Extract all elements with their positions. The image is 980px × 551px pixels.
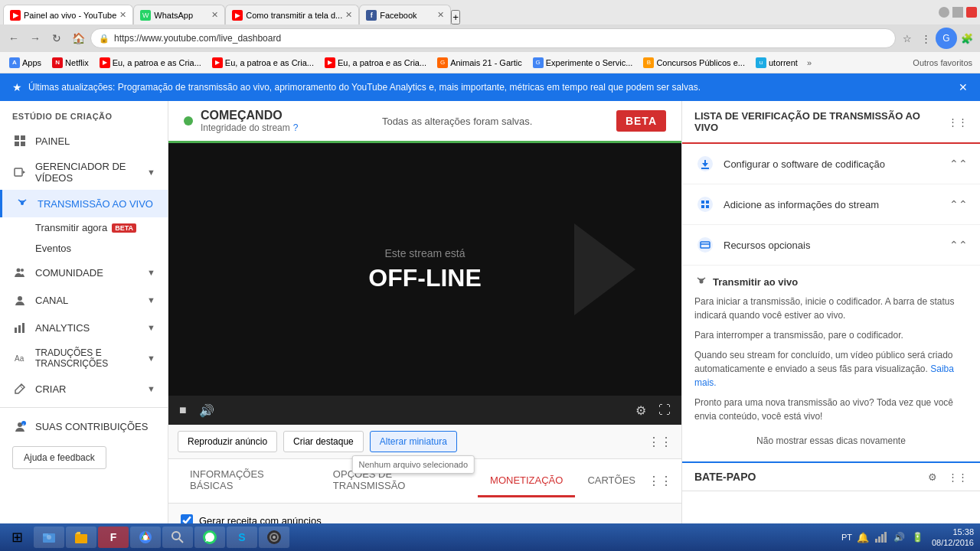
contribution-icon: + xyxy=(12,419,28,434)
bookmarks-more-button[interactable]: » xyxy=(804,57,815,69)
sidebar-item-transmissao[interactable]: TRANSMISSÃO AO VIVO xyxy=(0,190,168,217)
help-icon[interactable]: ? xyxy=(293,122,299,133)
feedback-button[interactable]: Ajuda e feedback xyxy=(12,446,106,469)
tab-informacoes[interactable]: INFORMAÇÕES BÁSICAS xyxy=(178,459,321,503)
tray-volume-icon[interactable]: 🔊 xyxy=(892,530,907,545)
tab-yt-panel[interactable]: ▶ Painel ao vivo - YouTube ✕ xyxy=(3,5,133,24)
minimize-button[interactable] xyxy=(939,7,949,18)
checklist-dots-button[interactable]: ⋮⋮ xyxy=(948,116,968,128)
tab-como[interactable]: ▶ Como transmitir a tela d... ✕ xyxy=(225,5,359,24)
browser-menu-icon[interactable]: ⋮ xyxy=(917,30,934,47)
expand-icon-software[interactable]: ⌃⌃ xyxy=(949,158,968,170)
taskbar-foxit[interactable]: F xyxy=(98,527,129,548)
bookmark-concursos[interactable]: B Concursos Públicos e... xyxy=(639,56,750,70)
sidebar-item-traducoes[interactable]: Aa TRADUÇÕES E TRANSCRIÇÕES ▼ xyxy=(0,341,168,375)
sidebar-item-analytics[interactable]: ANALYTICS ▼ xyxy=(0,314,168,341)
bookmark-netflix[interactable]: N Netflix xyxy=(47,56,93,70)
tab-title-fb: Facebook xyxy=(380,11,416,20)
sidebar-subitem-eventos[interactable]: Eventos xyxy=(0,238,168,259)
bookmark-yt2[interactable]: ▶ Eu, a patroa e as Cria... xyxy=(207,56,318,70)
chevron-icon-analytics: ▼ xyxy=(147,323,155,332)
extensions-icon[interactable]: 🧩 xyxy=(959,30,975,47)
tab-monetizacao[interactable]: MONETIZAÇÃO xyxy=(478,465,575,497)
chat-gear-icon[interactable]: ⚙ xyxy=(928,471,937,483)
taskbar-whatsapp[interactable] xyxy=(194,527,225,548)
tray-notification-icon[interactable]: 🔔 xyxy=(855,530,871,545)
tab-close-como[interactable]: ✕ xyxy=(345,10,352,20)
sidebar-label-comunidade: COMUNIDADE xyxy=(35,267,139,279)
tab-cartoes[interactable]: CARTÕES xyxy=(575,465,648,497)
taskbar-chrome[interactable] xyxy=(130,527,161,548)
bookmark-yt3[interactable]: ▶ Eu, a patroa e as Cria... xyxy=(320,56,431,70)
sidebar-item-criar[interactable]: CRIAR ▼ xyxy=(0,375,168,403)
alterar-miniatura-button[interactable]: Alterar miniatura xyxy=(370,431,457,452)
expand-icon-informacoes[interactable]: ⌃⌃ xyxy=(949,198,968,210)
notification-close-button[interactable]: ✕ xyxy=(959,81,968,93)
mute-button[interactable]: 🔊 xyxy=(196,402,217,419)
bookmark-label-concursos: Concursos Públicos e... xyxy=(656,58,745,67)
address-bar[interactable]: 🔒 https://www.youtube.com/live_dashboard xyxy=(90,28,896,48)
svg-point-20 xyxy=(697,197,713,212)
reproduzir-anuncio-button[interactable]: Reproduzir anúncio xyxy=(178,431,277,452)
maximize-button[interactable] xyxy=(952,7,963,18)
tray-battery-icon[interactable]: 🔋 xyxy=(910,530,926,545)
tab-whatsapp[interactable]: W WhatsApp ✕ xyxy=(133,5,225,24)
checklist-item-informacoes: Adicione as informações do stream ⌃⌃ xyxy=(682,184,980,225)
home-button[interactable]: 🏠 xyxy=(69,29,87,47)
bookmark-star-icon[interactable]: ☆ xyxy=(899,30,916,47)
svg-marker-5 xyxy=(23,171,25,174)
forward-button[interactable]: → xyxy=(26,29,44,47)
bookmarks-extra[interactable]: Outros favoritos xyxy=(910,57,975,69)
sidebar-item-comunidade[interactable]: COMUNIDADE ▼ xyxy=(0,259,168,286)
taskbar-search[interactable] xyxy=(162,527,193,548)
taskbar-skype[interactable]: S xyxy=(227,527,257,548)
chat-dots-button[interactable]: ⋮⋮ xyxy=(948,471,968,483)
status-subtitle-text: Integridade do stream xyxy=(201,122,290,133)
browser-chrome: ▶ Painel ao vivo - YouTube ✕ W WhatsApp … xyxy=(0,0,980,73)
svg-rect-21 xyxy=(701,201,704,204)
sidebar-item-painel[interactable]: PAINEL xyxy=(0,127,168,155)
bookmark-yt1[interactable]: ▶ Eu, a patroa e as Cria... xyxy=(95,56,206,70)
svg-rect-43 xyxy=(878,536,880,543)
no-display-button[interactable]: Não mostrar essas dicas novamente xyxy=(694,429,968,452)
stop-button[interactable]: ■ xyxy=(176,402,190,419)
bookmark-utorrent[interactable]: u utorrent xyxy=(751,56,802,70)
taskbar-obs[interactable] xyxy=(259,527,289,548)
svg-line-14 xyxy=(20,386,23,389)
sidebar-item-contribuicoes[interactable]: + SUAS CONTRIBUIÇÕES xyxy=(0,412,168,440)
beta-badge-sidebar: BETA xyxy=(112,223,136,233)
clock-time: 15:38 xyxy=(932,527,974,537)
back-button[interactable]: ← xyxy=(5,29,23,47)
checklist-title: LISTA DE VERIFICAÇÃO DE TRANSMISSÃO AO V… xyxy=(694,110,942,133)
tab-close-yt[interactable]: ✕ xyxy=(119,10,126,20)
criar-destaque-button[interactable]: Criar destaque xyxy=(283,431,364,452)
reload-button[interactable]: ↻ xyxy=(47,29,66,47)
tab-close-wa[interactable]: ✕ xyxy=(211,10,218,20)
bookmark-apps[interactable]: A Apps xyxy=(5,56,46,70)
taskbar-explorer[interactable] xyxy=(34,527,64,548)
sidebar-item-canal[interactable]: CANAL ▼ xyxy=(0,286,168,314)
tabs-more-button[interactable]: ⋮⋮ xyxy=(648,474,672,488)
chevron-icon-gerenciador: ▼ xyxy=(147,168,155,177)
sidebar-label-gerenciador: GERENCIADOR DE VÍDEOS xyxy=(35,161,139,184)
expand-icon-recursos[interactable]: ⌃⌃ xyxy=(949,239,968,251)
taskbar-filemanager[interactable] xyxy=(66,527,96,548)
settings-button[interactable]: ⚙ xyxy=(632,402,649,419)
new-tab-button[interactable]: + xyxy=(451,10,460,24)
bookmark-google-service[interactable]: G Experimente o Servic... xyxy=(528,56,638,70)
tab-close-fb[interactable]: ✕ xyxy=(437,10,444,20)
fullscreen-button[interactable]: ⛶ xyxy=(655,402,674,419)
bookmark-favicon-gartic: G xyxy=(437,57,448,68)
sidebar-subitem-transmitir[interactable]: Transmitir agora BETA xyxy=(0,217,168,238)
close-button[interactable] xyxy=(966,7,977,18)
tray-network-icon[interactable] xyxy=(874,530,889,545)
start-button[interactable]: ⊞ xyxy=(2,527,32,548)
bookmark-gartic[interactable]: G Animais 21 - Gartic xyxy=(433,56,527,70)
sidebar-item-gerenciador[interactable]: GERENCIADOR DE VÍDEOS ▼ xyxy=(0,155,168,190)
actions-more-button[interactable]: ⋮⋮ xyxy=(648,435,672,449)
tab-facebook[interactable]: f Facebook ✕ xyxy=(359,5,451,24)
profile-avatar[interactable]: G xyxy=(936,28,957,49)
svg-point-41 xyxy=(273,536,276,539)
taskbar: ⊞ F S PT 🔔 🔊 🔋 15:38 08/12/2016 xyxy=(0,523,980,551)
live-title-text: Transmitir ao vivo xyxy=(713,276,798,288)
